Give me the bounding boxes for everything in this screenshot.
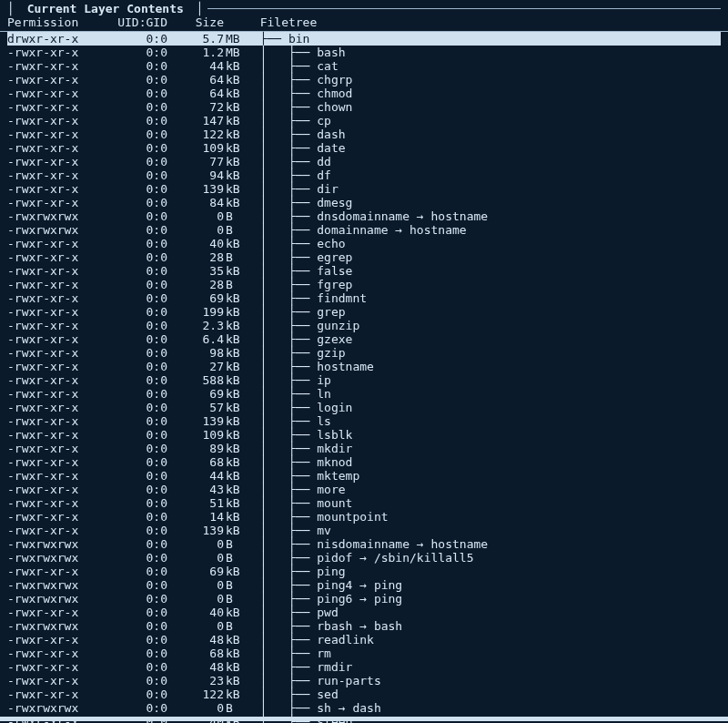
- filetree-cell: │ ├── mktemp: [246, 469, 721, 483]
- file-row[interactable]: -rwxr-xr-x0:068 kB │ ├── rm: [7, 647, 721, 660]
- file-row[interactable]: -rwxr-xr-x0:057 kB │ ├── login: [7, 401, 721, 414]
- size-unit: kB: [226, 469, 246, 483]
- permission: -rwxr-xr-x: [7, 250, 95, 264]
- title-line: [207, 8, 722, 9]
- permission: -rwxr-xr-x: [7, 278, 95, 291]
- size-unit: kB: [226, 401, 246, 414]
- size-value: 139: [173, 414, 226, 428]
- uid-gid: 0:0: [95, 32, 173, 46]
- size-unit: kB: [226, 565, 246, 578]
- size-unit: kB: [226, 674, 246, 687]
- file-row[interactable]: drwxr-xr-x0:05.7 MB ├── bin: [7, 32, 721, 46]
- uid-gid: 0:0: [95, 660, 173, 674]
- file-row[interactable]: -rwxr-xr-x0:072 kB │ ├── chown: [7, 100, 721, 114]
- file-row[interactable]: -rwxrwxrwx0:00 B │ ├── dnsdomainname → h…: [7, 209, 721, 223]
- file-row[interactable]: -rwxr-xr-x0:0139 kB │ ├── mv: [7, 524, 721, 537]
- uid-gid: 0:0: [95, 592, 173, 606]
- size-unit: kB: [226, 87, 246, 100]
- file-row[interactable]: -rwxr-xr-x0:044 kB │ ├── cat: [7, 59, 721, 73]
- filetree-cell: │ ├── pidof → /sbin/killall5: [246, 551, 721, 565]
- size-value: 0: [173, 551, 226, 565]
- file-row[interactable]: -rwxr-xr-x0:027 kB │ ├── hostname: [7, 360, 721, 373]
- permission: -rwxr-xr-x: [7, 46, 95, 59]
- size-value: 69: [173, 565, 226, 578]
- file-row[interactable]: -rwxr-xr-x0:0109 kB │ ├── lsblk: [7, 428, 721, 442]
- size-value: 48: [173, 633, 226, 647]
- size-unit: kB: [226, 59, 246, 73]
- file-row[interactable]: -rwxr-xr-x0:02.3 kB │ ├── gunzip: [7, 319, 721, 332]
- permission: drwxr-xr-x: [7, 32, 95, 46]
- file-row[interactable]: -rwxr-xr-x0:068 kB │ ├── mknod: [7, 455, 721, 469]
- permission: -rwxr-xr-x: [7, 360, 95, 373]
- uid-gid: 0:0: [95, 401, 173, 414]
- file-row[interactable]: -rwxrwxrwx0:00 B │ ├── ping6 → ping: [7, 592, 721, 606]
- file-row[interactable]: -rwxr-xr-x0:069 kB │ ├── findmnt: [7, 291, 721, 305]
- file-row[interactable]: -rwxrwxrwx0:00 B │ ├── nisdomainname → h…: [7, 537, 721, 551]
- filetree-cell: │ ├── dash: [246, 127, 721, 141]
- file-row[interactable]: -rwxr-xr-x0:069 kB │ ├── ping: [7, 565, 721, 578]
- size-unit: B: [226, 278, 246, 291]
- file-row[interactable]: -rwxr-xr-x0:064 kB │ ├── chmod: [7, 87, 721, 100]
- file-rows[interactable]: drwxr-xr-x0:05.7 MB ├── bin-rwxr-xr-x0:0…: [0, 32, 728, 723]
- panel-title-bar: │ Current Layer Contents │: [0, 0, 728, 15]
- file-row[interactable]: -rwxr-xr-x0:044 kB │ ├── mktemp: [7, 469, 721, 483]
- file-row[interactable]: -rwxr-xr-x0:06.4 kB │ ├── gzexe: [7, 332, 721, 346]
- filetree-cell: │ ├── ping6 → ping: [246, 592, 721, 606]
- filetree-cell: │ ├── ping4 → ping: [246, 578, 721, 592]
- file-row[interactable]: -rwxr-xr-x0:064 kB │ ├── chgrp: [7, 73, 721, 87]
- file-row[interactable]: -rwxrwxrwx0:00 B │ ├── ping4 → ping: [7, 578, 721, 592]
- file-row[interactable]: -rwxr-xr-x0:0109 kB │ ├── date: [7, 141, 721, 155]
- file-row[interactable]: -rwxrwxrwx0:00 B │ ├── domainname → host…: [7, 223, 721, 237]
- file-row[interactable]: -rwxr-xr-x0:084 kB │ ├── dmesg: [7, 196, 721, 209]
- title-right-pipe: │: [189, 2, 204, 15]
- file-row[interactable]: -rwxr-xr-x0:040 kB │ ├── pwd: [7, 606, 721, 619]
- file-row[interactable]: -rwxr-xr-x0:0122 kB │ ├── sed: [7, 687, 721, 701]
- file-row[interactable]: -rwxr-xr-x0:028 B │ ├── fgrep: [7, 278, 721, 291]
- permission: -rwxr-xr-x: [7, 674, 95, 687]
- file-row[interactable]: -rwxr-xr-x0:048 kB │ ├── rmdir: [7, 660, 721, 674]
- uid-gid: 0:0: [95, 114, 173, 127]
- file-row[interactable]: -rwxr-xr-x0:040 kB │ ├── echo: [7, 237, 721, 250]
- filetree-cell: │ ├── date: [246, 141, 721, 155]
- filetree-cell: │ ├── findmnt: [246, 291, 721, 305]
- filetree-cell: │ ├── lsblk: [246, 428, 721, 442]
- file-row[interactable]: -rwxr-xr-x0:014 kB │ ├── mountpoint: [7, 510, 721, 524]
- file-row[interactable]: -rwxr-xr-x0:094 kB │ ├── df: [7, 168, 721, 182]
- uid-gid: 0:0: [95, 510, 173, 524]
- file-row[interactable]: -rwxr-xr-x0:0588 kB │ ├── ip: [7, 373, 721, 387]
- file-row[interactable]: -rwxrwxrwx0:00 B │ ├── sh → dash: [7, 701, 721, 715]
- filetree-cell: │ ├── login: [246, 401, 721, 414]
- file-row[interactable]: -rwxr-xr-x0:051 kB │ ├── mount: [7, 496, 721, 510]
- file-row[interactable]: -rwxr-xr-x0:069 kB │ ├── ln: [7, 387, 721, 401]
- file-row[interactable]: -rwxr-xr-x0:0139 kB │ ├── dir: [7, 182, 721, 196]
- file-row[interactable]: -rwxr-xr-x0:028 B │ ├── egrep: [7, 250, 721, 264]
- file-row[interactable]: -rwxr-xr-x0:0139 kB │ ├── ls: [7, 414, 721, 428]
- file-row[interactable]: -rwxr-xr-x0:0122 kB │ ├── dash: [7, 127, 721, 141]
- file-row[interactable]: -rwxr-xr-x0:089 kB │ ├── mkdir: [7, 442, 721, 455]
- file-row[interactable]: -rwxr-xr-x0:098 kB │ ├── gzip: [7, 346, 721, 360]
- file-row[interactable]: -rwxr-xr-x0:0147 kB │ ├── cp: [7, 114, 721, 127]
- file-row[interactable]: -rwxr-xr-x0:023 kB │ ├── run-parts: [7, 674, 721, 687]
- size-unit: B: [226, 209, 246, 223]
- file-row[interactable]: -rwxrwxrwx0:00 B │ ├── pidof → /sbin/kil…: [7, 551, 721, 565]
- filetree-cell: │ ├── sh → dash: [246, 701, 721, 715]
- file-row[interactable]: -rwxr-xr-x0:035 kB │ ├── false: [7, 264, 721, 278]
- size-value: 0: [173, 223, 226, 237]
- file-row[interactable]: -rwxrwxrwx0:00 B │ ├── rbash → bash: [7, 619, 721, 633]
- filetree-cell: │ ├── nisdomainname → hostname: [246, 537, 721, 551]
- permission: -rwxr-xr-x: [7, 373, 95, 387]
- file-row[interactable]: -rwxr-xr-x0:0199 kB │ ├── grep: [7, 305, 721, 319]
- size-value: 44: [173, 469, 226, 483]
- permission: -rwxr-xr-x: [7, 414, 95, 428]
- size-unit: B: [226, 578, 246, 592]
- size-value: 35: [173, 264, 226, 278]
- uid-gid: 0:0: [95, 701, 173, 715]
- file-row[interactable]: -rwxr-xr-x0:043 kB │ ├── more: [7, 483, 721, 496]
- file-row[interactable]: -rwxr-xr-x0:01.2 MB │ ├── bash: [7, 46, 721, 59]
- file-row[interactable]: -rwxr-xr-x0:077 kB │ ├── dd: [7, 155, 721, 168]
- permission: -rwxr-xr-x: [7, 182, 95, 196]
- file-row[interactable]: -rwxr-xr-x0:048 kB │ ├── readlink: [7, 633, 721, 647]
- permission: -rwxrwxrwx: [7, 537, 95, 551]
- size-unit: kB: [226, 141, 246, 155]
- size-unit: kB: [226, 510, 246, 524]
